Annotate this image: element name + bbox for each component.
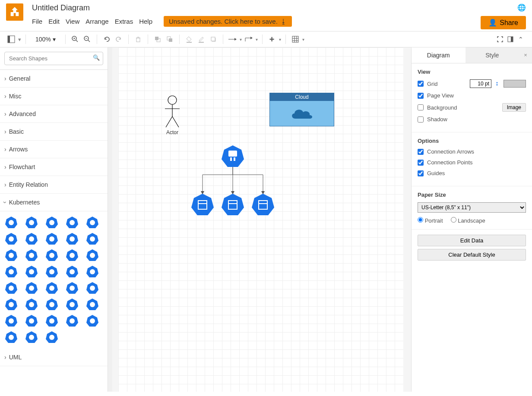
k8s-shape-item[interactable] xyxy=(45,248,59,262)
dropdown-caret-icon[interactable]: ▾ xyxy=(279,37,281,42)
landscape-radio[interactable] xyxy=(451,217,456,223)
group-basic[interactable]: Basic xyxy=(0,123,108,141)
k8s-shape-item[interactable] xyxy=(25,232,38,246)
shape-cloud-container[interactable]: Cloud xyxy=(269,93,334,126)
dropdown-caret-icon[interactable]: ▾ xyxy=(240,37,242,42)
k8s-shape-item[interactable] xyxy=(45,281,59,295)
to-front-button[interactable] xyxy=(152,34,163,44)
k8s-shape-item[interactable] xyxy=(4,298,18,311)
k8s-shape-item[interactable] xyxy=(45,265,59,279)
share-button[interactable]: 👤 Share xyxy=(481,16,526,29)
k8s-shape-item[interactable] xyxy=(65,248,79,262)
k8s-shape-item[interactable] xyxy=(4,216,18,229)
k8s-shape-item[interactable] xyxy=(25,216,38,229)
format-panel-toggle[interactable] xyxy=(505,34,516,44)
menu-extras[interactable]: Extras xyxy=(115,18,133,25)
app-logo[interactable] xyxy=(6,3,23,21)
shadow-button[interactable] xyxy=(208,34,218,44)
guides-checkbox[interactable] xyxy=(418,170,424,176)
fill-color-button[interactable] xyxy=(184,34,194,44)
sidebar-toggle-button[interactable] xyxy=(6,34,16,44)
document-title[interactable]: Untitled Diagram xyxy=(32,3,481,13)
k8s-shape-item[interactable] xyxy=(25,314,38,328)
unsaved-banner[interactable]: Unsaved changes. Click here to save. ⭳ xyxy=(164,16,292,27)
redo-button[interactable] xyxy=(114,34,124,44)
dropdown-caret-icon[interactable]: ▾ xyxy=(18,36,21,43)
k8s-shape-item[interactable] xyxy=(4,314,18,328)
grid-checkbox[interactable] xyxy=(418,81,424,87)
background-checkbox[interactable] xyxy=(418,104,424,110)
shadow-checkbox[interactable] xyxy=(418,116,424,123)
k8s-shape-item[interactable] xyxy=(4,232,18,246)
k8s-shape-item[interactable] xyxy=(4,265,18,279)
delete-button[interactable] xyxy=(133,34,143,44)
k8s-shape-item[interactable] xyxy=(86,265,99,279)
shape-actor[interactable]: Actor xyxy=(162,95,183,135)
table-button[interactable] xyxy=(290,34,301,44)
k8s-shape-item[interactable] xyxy=(4,281,18,295)
line-color-button[interactable] xyxy=(196,34,206,44)
insert-button[interactable]: + xyxy=(267,34,277,44)
to-back-button[interactable] xyxy=(165,34,175,44)
k8s-shape-item[interactable] xyxy=(65,314,79,328)
k8s-child-2-icon[interactable] xyxy=(222,194,244,215)
paper-size-select[interactable]: US-Letter (8,5" x 11") xyxy=(418,202,526,213)
group-advanced[interactable]: Advanced xyxy=(0,105,108,123)
k8s-shape-item[interactable] xyxy=(45,232,59,246)
menu-arrange[interactable]: Arrange xyxy=(86,18,108,25)
k8s-root-icon[interactable] xyxy=(222,145,244,167)
menu-edit[interactable]: Edit xyxy=(48,18,60,25)
k8s-shape-item[interactable] xyxy=(65,281,79,295)
sidebar-scrollbar[interactable] xyxy=(108,47,112,392)
k8s-shape-item[interactable] xyxy=(4,248,18,262)
k8s-shape-item[interactable] xyxy=(65,232,79,246)
connection-arrows-checkbox[interactable] xyxy=(418,149,424,155)
grid-size-input[interactable] xyxy=(470,79,491,88)
menu-view[interactable]: View xyxy=(66,18,79,25)
k8s-shape-item[interactable] xyxy=(86,216,99,229)
collapse-button[interactable]: ⌃ xyxy=(516,34,526,44)
group-arrows[interactable]: Arrows xyxy=(0,141,108,158)
group-flowchart[interactable]: Flowchart xyxy=(0,158,108,176)
grid-size-stepper[interactable]: ▲▼ xyxy=(496,81,498,86)
group-entity-relation[interactable]: Entity Relation xyxy=(0,176,108,194)
connection-points-checkbox[interactable] xyxy=(418,160,424,166)
k8s-shape-item[interactable] xyxy=(45,330,59,344)
group-uml[interactable]: UML xyxy=(0,349,108,366)
tab-diagram[interactable]: Diagram xyxy=(412,47,466,63)
menu-file[interactable]: File xyxy=(32,18,42,25)
group-kubernetes[interactable]: Kubernetes xyxy=(0,194,108,211)
search-shapes-input[interactable] xyxy=(4,52,103,65)
k8s-shape-item[interactable] xyxy=(86,248,99,262)
k8s-child-1-icon[interactable] xyxy=(191,194,214,215)
k8s-shape-item[interactable] xyxy=(86,281,99,295)
language-icon[interactable]: 🌐 xyxy=(517,3,526,12)
k8s-shape-item[interactable] xyxy=(45,298,59,311)
zoom-dropdown[interactable]: 100% ▾ xyxy=(34,35,57,44)
k8s-shape-item[interactable] xyxy=(25,298,38,311)
zoom-in-button[interactable] xyxy=(70,34,80,44)
edit-data-button[interactable]: Edit Data xyxy=(418,235,526,246)
k8s-shape-item[interactable] xyxy=(86,298,99,311)
k8s-shape-item[interactable] xyxy=(65,298,79,311)
dropdown-caret-icon[interactable]: ▾ xyxy=(302,37,304,42)
zoom-out-button[interactable] xyxy=(82,34,92,44)
k8s-shape-item[interactable] xyxy=(25,248,38,262)
portrait-radio[interactable] xyxy=(418,217,423,223)
pageview-checkbox[interactable] xyxy=(418,93,424,99)
connection-style-button[interactable] xyxy=(228,34,238,44)
k8s-shape-item[interactable] xyxy=(86,232,99,246)
k8s-shape-item[interactable] xyxy=(86,314,99,328)
dropdown-caret-icon[interactable]: ▾ xyxy=(256,37,258,42)
canvas[interactable]: Actor Cloud xyxy=(112,47,411,392)
k8s-shape-item[interactable] xyxy=(65,265,79,279)
k8s-shape-item[interactable] xyxy=(45,314,59,328)
clear-default-style-button[interactable]: Clear Default Style xyxy=(418,249,526,261)
waypoint-style-button[interactable] xyxy=(244,34,254,44)
k8s-shape-item[interactable] xyxy=(25,330,38,344)
k8s-shape-item[interactable] xyxy=(25,281,38,295)
k8s-shape-item[interactable] xyxy=(4,330,18,344)
grid-color-swatch[interactable] xyxy=(504,80,526,88)
shape-k8s-tree[interactable] xyxy=(185,145,280,218)
fullscreen-button[interactable] xyxy=(495,34,505,44)
